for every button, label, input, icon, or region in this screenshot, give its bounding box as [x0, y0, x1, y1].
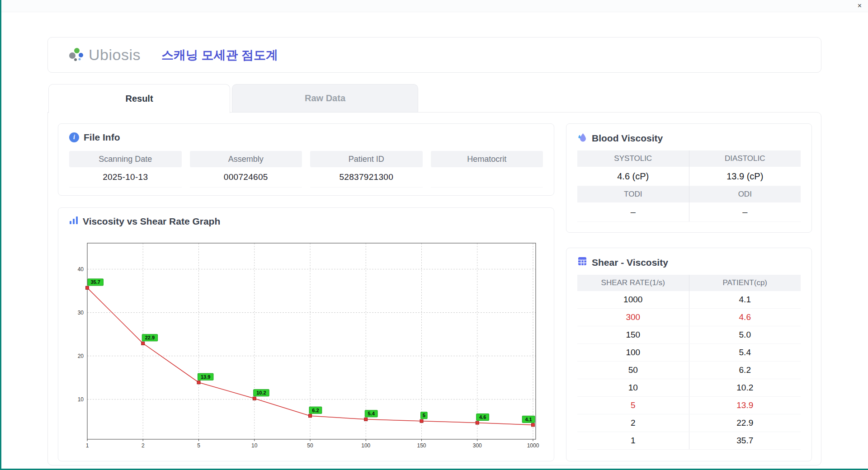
shear-viscosity-table: SHEAR RATE(1/s) PATIENT(cp) 1000 4.1 300… — [577, 275, 801, 450]
file-info-card: i File Info Scanning Date 2025-10-13 Ass… — [58, 123, 554, 196]
sv-cell-patient: 4.1 — [689, 291, 801, 308]
svg-text:22.9: 22.9 — [145, 335, 155, 340]
sv-cell-shear: 1000 — [577, 291, 689, 308]
svg-text:1: 1 — [86, 442, 89, 449]
shear-viscosity-card: Shear - Viscosity SHEAR RATE(1/s) PATIEN… — [566, 248, 812, 461]
svg-text:2: 2 — [142, 442, 145, 449]
sv-cell-shear: 2 — [577, 414, 689, 432]
logo-text: Ubiosis — [89, 46, 141, 64]
bv-value-odi: – — [689, 202, 801, 221]
table-row: 5 13.9 — [577, 397, 801, 414]
logo: Ubiosis — [67, 45, 141, 65]
file-info-fields: Scanning Date 2025-10-13 Assembly 000724… — [69, 151, 543, 188]
svg-text:1000: 1000 — [527, 442, 539, 449]
field-value: 000724605 — [190, 167, 302, 188]
svg-text:6.2: 6.2 — [312, 408, 319, 413]
bv-header-odi: ODI — [689, 186, 801, 202]
field-label: Assembly — [190, 151, 302, 167]
field-label: Patient ID — [310, 151, 423, 167]
field-assembly: Assembly 000724605 — [190, 151, 302, 188]
window-left-edge — [0, 0, 1, 470]
table-row: 100 5.4 — [577, 344, 801, 362]
sv-cell-shear: 100 — [577, 344, 689, 361]
svg-text:5: 5 — [197, 442, 200, 449]
sv-header-row: SHEAR RATE(1/s) PATIENT(cp) — [577, 275, 801, 291]
sv-cell-shear: 150 — [577, 326, 689, 343]
sv-cell-shear: 50 — [577, 362, 689, 379]
bv-header-row-2: TODI ODI — [577, 186, 801, 202]
svg-text:100: 100 — [361, 442, 370, 449]
sv-header-shear-rate: SHEAR RATE(1/s) — [577, 275, 689, 291]
sv-header-patient: PATIENT(cp) — [689, 275, 801, 291]
sv-cell-shear: 300 — [577, 309, 689, 326]
svg-text:35.7: 35.7 — [90, 279, 100, 285]
bar-chart-icon — [69, 216, 78, 227]
blood-viscosity-title: Blood Viscosity — [592, 133, 663, 144]
field-label: Hematocrit — [431, 151, 543, 167]
logo-dots-icon — [67, 45, 85, 65]
bv-value-row-1: 4.6 (cP) 13.9 (cP) — [577, 167, 801, 186]
sv-cell-patient: 22.9 — [689, 414, 801, 432]
field-value: 2025-10-13 — [69, 167, 182, 188]
bv-value-systolic: 4.6 (cP) — [577, 167, 689, 186]
svg-text:10.2: 10.2 — [256, 390, 266, 395]
svg-text:4.1: 4.1 — [525, 417, 532, 422]
svg-text:13.9: 13.9 — [201, 374, 210, 380]
svg-text:150: 150 — [417, 442, 426, 449]
viscosity-shear-chart: 102030401251050100150300100035.722.913.9… — [70, 240, 540, 451]
blood-viscosity-title-row: Blood Viscosity — [577, 132, 801, 144]
tab-raw-data[interactable]: Raw Data — [232, 84, 418, 112]
blood-viscosity-card: Blood Viscosity SYSTOLIC DIASTOLIC 4.6 (… — [566, 123, 812, 233]
field-value — [431, 167, 543, 188]
table-row: 10 10.2 — [577, 379, 801, 397]
svg-text:5.4: 5.4 — [368, 411, 375, 416]
table-row: 150 5.0 — [577, 326, 801, 344]
viscosity-graph-card: Viscosity vs Shear Rate Graph 1020304012… — [58, 207, 554, 461]
sv-cell-patient: 5.4 — [689, 344, 801, 361]
field-hematocrit: Hematocrit — [431, 151, 543, 188]
field-label: Scanning Date — [69, 151, 182, 167]
bv-header-row-1: SYSTOLIC DIASTOLIC — [577, 150, 801, 167]
table-row: 50 6.2 — [577, 362, 801, 379]
sv-cell-shear: 5 — [577, 397, 689, 414]
info-icon: i — [69, 132, 79, 142]
svg-text:20: 20 — [78, 353, 84, 359]
sv-cell-patient: 4.6 — [689, 309, 801, 326]
table-row: 300 4.6 — [577, 309, 801, 326]
sv-cell-patient: 35.7 — [689, 432, 801, 449]
bv-header-todi: TODI — [577, 186, 689, 202]
result-panel: i File Info Scanning Date 2025-10-13 Ass… — [47, 112, 821, 465]
bv-value-diastolic: 13.9 (cP) — [689, 167, 801, 186]
field-scanning-date: Scanning Date 2025-10-13 — [69, 151, 182, 188]
svg-text:30: 30 — [78, 310, 84, 316]
bv-value-todi: – — [577, 202, 689, 221]
bv-header-systolic: SYSTOLIC — [577, 150, 689, 167]
bv-header-diastolic: DIASTOLIC — [689, 150, 801, 167]
window-titlebar — [0, 0, 868, 12]
app-title: 스캐닝 모세관 점도계 — [161, 47, 278, 63]
blood-viscosity-table: SYSTOLIC DIASTOLIC 4.6 (cP) 13.9 (cP) TO… — [577, 150, 801, 222]
table-row: 2 22.9 — [577, 414, 801, 432]
bv-value-row-2: – – — [577, 202, 801, 222]
field-patient-id: Patient ID 52837921300 — [310, 151, 423, 188]
droplet-icon — [577, 132, 587, 144]
svg-text:300: 300 — [473, 442, 482, 449]
sv-cell-patient: 5.0 — [689, 326, 801, 343]
grid-table-icon — [577, 256, 587, 268]
close-icon[interactable]: × — [858, 2, 862, 10]
field-value: 52837921300 — [310, 167, 423, 188]
file-info-title: File Info — [84, 132, 120, 143]
sv-cell-patient: 13.9 — [689, 397, 801, 414]
shear-viscosity-title: Shear - Viscosity — [592, 257, 668, 268]
sv-cell-shear: 10 — [577, 379, 689, 396]
table-row: 1000 4.1 — [577, 291, 801, 309]
tab-result[interactable]: Result — [48, 84, 230, 113]
table-row: 1 35.7 — [577, 432, 801, 450]
sv-cell-patient: 6.2 — [689, 362, 801, 379]
svg-text:4.6: 4.6 — [479, 414, 486, 420]
graph-title: Viscosity vs Shear Rate Graph — [83, 216, 220, 227]
svg-text:10: 10 — [78, 396, 84, 403]
sv-cell-patient: 10.2 — [689, 379, 801, 396]
file-info-title-row: i File Info — [69, 132, 543, 143]
svg-text:40: 40 — [78, 266, 84, 273]
